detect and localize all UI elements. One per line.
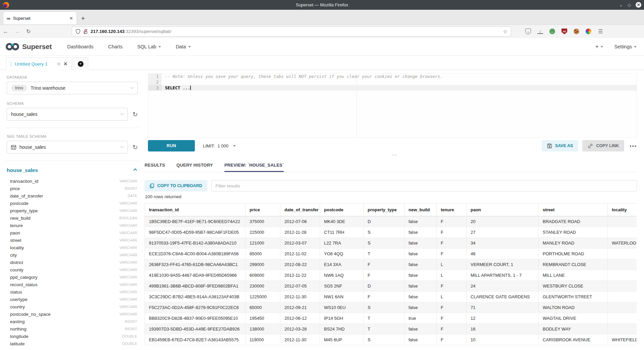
plus-circle-icon: + [78, 61, 84, 67]
schema-label: SCHEMA [7, 101, 138, 105]
reload-icon[interactable]: ↻ [23, 28, 34, 35]
tab-close-icon[interactable]: ✕ [69, 16, 73, 21]
colorful-extension-icon[interactable] [586, 29, 591, 34]
table-header-cell[interactable]: property_type [364, 204, 405, 216]
table-cell: 46 [467, 249, 539, 259]
nav-data[interactable]: Data [176, 44, 191, 49]
pane-resize-handle[interactable] [145, 153, 644, 157]
link-icon [588, 143, 593, 148]
new-item-button[interactable]: + [595, 43, 603, 50]
run-button[interactable]: RUN [148, 140, 195, 151]
database-engine-badge: trino [11, 85, 27, 91]
chevron-down-icon [130, 85, 134, 89]
maximize-icon[interactable]: ◇ [628, 3, 631, 7]
limit-dropdown[interactable]: LIMIT: 1 000 [203, 143, 236, 148]
tracking-shield-icon[interactable] [75, 29, 80, 34]
table-header-cell[interactable]: tenure [437, 204, 467, 216]
copy-link-button[interactable]: COPY LINK [582, 140, 624, 151]
table-cell: MANLEY ROAD [539, 238, 608, 249]
table-row: 193907D3-5DBD-453D-A49E-9FEE27DAB9261380… [145, 324, 637, 335]
table-cell: 2012-07-06 [280, 216, 320, 227]
table-row: ECE1D376-C9A6-4C00-B004-A380B189FA568500… [145, 249, 637, 259]
table-header-cell[interactable]: paon [467, 204, 539, 216]
column-name: county [10, 267, 119, 272]
column-name: status [10, 290, 119, 295]
superset-logo[interactable]: Superset [5, 42, 52, 52]
new-tab-button[interactable]: + [81, 15, 85, 22]
table-header-cell[interactable]: date_of_transfer [280, 204, 320, 216]
settings-menu[interactable]: Settings [614, 44, 637, 49]
downloads-icon[interactable]: ↓ [537, 29, 543, 34]
tab-results[interactable]: RESULTS [145, 163, 165, 172]
table-cell: 71 [467, 302, 539, 313]
drag-handle-icon[interactable] [10, 61, 12, 67]
table-row: 3C3C29DC-B7B2-4BE5-914A-A38123AF403B1225… [145, 292, 637, 302]
schema-column-row: longitudeDOUBLE [7, 333, 138, 340]
table-header-cell[interactable]: transaction_id [145, 204, 246, 216]
privacy-extension-icon[interactable]: ◡ [549, 29, 555, 34]
table-cell: M45 6UP [320, 335, 364, 345]
table-cell: 1B5C39ED-BE7F-41EF-9E71-9C60EED74A22 [145, 216, 246, 227]
table-cell: 12 [467, 313, 539, 324]
chevron-down-icon [120, 112, 124, 115]
pocket-icon[interactable]: ⌄ [525, 29, 531, 34]
tab-preview-house-sales[interactable]: PREVIEW: `HOUSE_SALES` [224, 163, 284, 172]
schema-column-row: cityVARCHAR [7, 251, 138, 259]
table-cell: NW6 1AQ [320, 270, 364, 281]
close-icon[interactable]: ✕ [636, 2, 641, 8]
browser-tab[interactable]: ∞ Superset ✕ [3, 12, 76, 25]
table-schema-select[interactable]: house_sales [7, 141, 128, 154]
table-header-cell[interactable]: price [246, 204, 280, 216]
caret-down-icon [634, 46, 637, 48]
table-cell: false [405, 238, 437, 249]
table-cell: MILL APARTMENTS, 1 - 7 [467, 270, 539, 281]
save-as-button[interactable]: SAVE AS [542, 140, 579, 151]
table-cell: WHITEFIELD [608, 335, 637, 345]
table-title[interactable]: house_sales [7, 167, 134, 173]
bookmark-star-icon[interactable]: ☆ [503, 29, 507, 35]
table-cell: F [437, 302, 467, 313]
chevron-up-icon[interactable] [133, 168, 137, 172]
schema-select[interactable]: house_sales [7, 108, 128, 121]
schema-column-row: streetVARCHAR [7, 236, 138, 244]
database-select[interactable]: trino Trino warehouse [7, 82, 138, 94]
query-tab[interactable]: Untitled Query 1 ✕ [6, 57, 72, 70]
nav-dashboards[interactable]: Dashboards [67, 44, 93, 49]
table-cell: 138000 [246, 324, 280, 335]
editor-toolbar: RUN LIMIT: 1 000 SAVE AS COPY LINK ••• [148, 140, 637, 152]
refresh-schema-icon[interactable]: ↻ [132, 111, 138, 118]
table-cell: E14 3XA [320, 259, 364, 270]
back-icon[interactable]: ← [0, 29, 11, 35]
column-type: BIGINT [125, 319, 137, 323]
table-cell: T [364, 324, 405, 335]
nav-charts[interactable]: Charts [108, 44, 122, 49]
tab-query-history[interactable]: QUERY HISTORY [176, 163, 213, 172]
nav-sql-lab[interactable]: SQL Lab [137, 44, 161, 49]
url-input[interactable]: 217.160.120.143:32393/superset/sqllab/ ☆ [72, 27, 511, 37]
copy-to-clipboard-button[interactable]: COPY TO CLIPBOARD [145, 180, 207, 191]
table-cell: 2012-08-22 [280, 259, 320, 270]
insecure-lock-icon[interactable] [83, 29, 88, 34]
cookie-extension-icon[interactable] [574, 29, 579, 34]
table-header-cell[interactable]: street [539, 204, 608, 216]
query-tab-close-icon[interactable]: ✕ [63, 61, 67, 67]
sql-editor[interactable]: 1 -- Note: Unless you save your query, t… [148, 73, 637, 138]
table-cell: CLARENCE GATE GARDENS [467, 292, 539, 302]
refresh-table-icon[interactable]: ↻ [132, 144, 138, 150]
menu-icon[interactable]: ☰ [598, 29, 603, 34]
add-query-tab-button[interactable]: + [73, 57, 88, 70]
forward-icon[interactable]: → [11, 29, 23, 35]
more-options-icon[interactable]: ••• [630, 143, 637, 149]
minimize-icon[interactable]: ⌄ [619, 3, 623, 7]
ublock-icon[interactable]: uO [561, 29, 567, 34]
filter-results-input[interactable] [211, 180, 637, 191]
sql-lab-sidebar: DATABASE trino Trino warehouse SCHEMA ho… [0, 70, 145, 350]
table-cell: L [437, 259, 467, 270]
table-header-cell[interactable]: locality [608, 204, 637, 216]
table-header-cell[interactable]: postcode [320, 204, 364, 216]
table-header-cell[interactable]: new_build [405, 204, 437, 216]
column-name: tenure [10, 223, 119, 228]
table-cell: CARISBROOK AVENUE [539, 335, 608, 345]
table-row: 98F5DC47-0D05-4D59-95B7-98CA6F1FDE052250… [145, 227, 637, 238]
table-row: F5C273AC-0D2A-458F-8279-9C61F0C22EC66500… [145, 302, 637, 313]
